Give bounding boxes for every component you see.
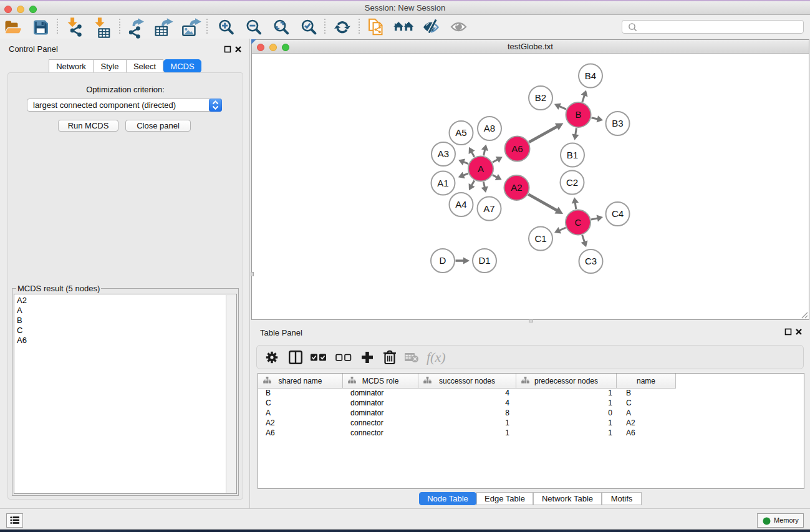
- svg-text:D: D: [440, 255, 446, 266]
- svg-text:C2: C2: [566, 177, 578, 188]
- svg-text:A5: A5: [455, 127, 466, 138]
- svg-text:B: B: [575, 109, 581, 120]
- svg-text:A6: A6: [511, 143, 523, 154]
- svg-text:B1: B1: [567, 150, 578, 160]
- svg-text:f(x): f(x): [427, 349, 446, 365]
- svg-text:A8: A8: [484, 123, 495, 133]
- svg-text:C4: C4: [612, 208, 624, 219]
- svg-text:B4: B4: [585, 70, 596, 81]
- svg-text:A7: A7: [483, 203, 494, 214]
- svg-text:A3: A3: [438, 148, 449, 159]
- svg-text:B3: B3: [612, 118, 623, 128]
- svg-text:C: C: [575, 217, 582, 228]
- svg-text:A: A: [478, 163, 484, 174]
- svg-text:A1: A1: [437, 178, 448, 188]
- svg-text:A4: A4: [455, 199, 466, 210]
- svg-text:C1: C1: [534, 233, 546, 244]
- svg-text:D1: D1: [478, 255, 490, 266]
- svg-text:A2: A2: [511, 182, 522, 193]
- svg-text:C3: C3: [585, 256, 597, 266]
- svg-text:B2: B2: [535, 92, 546, 103]
